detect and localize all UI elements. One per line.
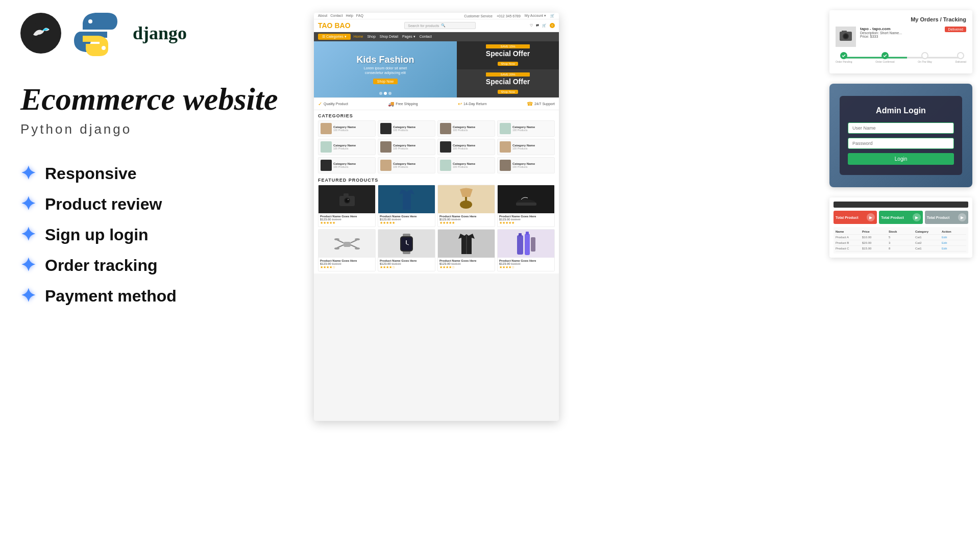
admin-password-input[interactable] (848, 138, 954, 149)
svg-point-20 (355, 247, 360, 249)
cat-count-5: 100 Products (333, 147, 356, 150)
product-card-6[interactable]: Product Name Goes Here $123.00 $133.00 ★… (378, 229, 435, 271)
product-card-5[interactable]: Product Name Goes Here $123.00 $133.00 ★… (318, 229, 376, 271)
django-label: django (133, 22, 187, 44)
col-action: Action (942, 230, 966, 233)
stat-card-red: Total Product ▶ (834, 211, 877, 224)
product-img-shoe (498, 185, 554, 213)
category-card-8[interactable]: Category Name 100 Products (497, 139, 555, 155)
product-img-shirt (378, 185, 435, 213)
nav-pages[interactable]: Pages ▾ (402, 35, 415, 39)
feature-label-4: Order tracking (45, 256, 158, 275)
product-stars-6: ★★★★☆ (380, 265, 433, 269)
hero-dot-3 (388, 92, 391, 95)
product-card-1[interactable]: Product Name Goes Here $123.00 $133.00 ★… (318, 185, 376, 227)
tracking-status-badge: Delivered (945, 27, 966, 32)
category-card-1[interactable]: Category Name 100 Products (318, 120, 376, 137)
right-panel: My Orders / Tracking tapo - tapo.com Des… (822, 0, 980, 551)
category-card-4[interactable]: Category Name 100 Products (497, 120, 555, 137)
hero-dots (379, 92, 391, 95)
offer2-text: SAVE 20% Special Offer Shop Now (486, 72, 530, 95)
order-tracking-panel: My Orders / Tracking tapo - tapo.com Des… (829, 10, 972, 73)
nav-shop-detail[interactable]: Shop Detail (380, 35, 398, 39)
nav-links: Home Shop Shop Detail Pages ▾ Contact (354, 35, 432, 39)
step-label-1: Order Pending (836, 60, 852, 63)
cart-badge: 0 (550, 23, 555, 28)
category-card-3[interactable]: Category Name 100 Products (437, 120, 495, 137)
offer1-title: Special Offer (486, 49, 530, 58)
categories-label: Categories (326, 35, 344, 38)
svg-point-2 (102, 46, 106, 50)
product-info-7: Product Name Goes Here $123.00 $133.00 ★… (438, 258, 495, 271)
product-card-7[interactable]: Product Name Goes Here $123.00 $133.00 ★… (437, 229, 495, 271)
svg-point-18 (355, 238, 360, 240)
row3-price: $15.00 (862, 247, 887, 250)
svg-point-7 (345, 198, 349, 203)
dashboard-stats: Total Product ▶ Total Product ▶ Total Pr… (834, 211, 968, 224)
categories-button[interactable]: ☰ Categories ▾ (318, 34, 351, 40)
feature-label-3: Sign up login (45, 226, 149, 244)
category-card-2[interactable]: Category Name 100 Products (378, 120, 435, 137)
nav-contact[interactable]: Contact (420, 35, 432, 39)
product-card-2[interactable]: Product Name Goes Here $123.00 $133.00 ★… (378, 185, 435, 227)
category-info-10: Category Name 100 Products (393, 162, 415, 168)
wishlist-icon: ♡ (530, 23, 533, 28)
category-img-4 (500, 123, 511, 134)
category-card-9[interactable]: Category Name 100 Products (318, 157, 376, 173)
category-info-9: Category Name 100 Products (333, 162, 356, 168)
category-card-12[interactable]: Category Name 100 Products (497, 157, 555, 173)
offer2-save-badge: SAVE 20% (486, 72, 530, 77)
feature-quality: ✓ Quality Product (318, 101, 348, 107)
stat-card-green: Total Product ▶ (879, 211, 922, 224)
admin-login-button[interactable]: Login (848, 153, 954, 165)
category-info-2: Category Name 100 Products (393, 126, 415, 132)
svg-rect-11 (516, 203, 536, 206)
category-img-3 (440, 123, 451, 134)
features-row: ✓ Quality Product 🚚 Free Shipping ↩ 14-D… (314, 97, 559, 110)
nav-shop[interactable]: Shop (367, 35, 375, 39)
stat-label-3: Total Product (927, 216, 950, 219)
logo-row: django (20, 10, 187, 56)
cat-count-7: 100 Products (453, 147, 475, 150)
offer2-shop-button[interactable]: Shop Now (498, 90, 518, 94)
category-img-5 (321, 141, 332, 153)
table-header-row: Name Price Stock Category Action (836, 229, 966, 235)
hero-shop-now-button[interactable]: Shop Now (373, 79, 398, 84)
left-panel: django Ecommerce website Python django ✦… (0, 0, 306, 551)
shop-topbar: About Contact Help FAQ Customer Service … (314, 13, 559, 19)
product-card-4[interactable]: Product Name Goes Here $123.00 $133.00 ★… (497, 185, 555, 227)
category-card-10[interactable]: Category Name 100 Products (378, 157, 435, 173)
tracking-description: Description: Short Name... (860, 31, 941, 35)
product-card-3[interactable]: Product Name Goes Here $123.00 $133.00 ★… (437, 185, 495, 227)
shipping-label: Free Shipping (396, 102, 418, 106)
row1-category: Cat1 (915, 236, 940, 239)
product-img-jacket (438, 230, 495, 258)
admin-username-input[interactable] (848, 122, 954, 134)
category-card-5[interactable]: Category Name 100 Products (318, 139, 376, 155)
offer1-text: SAVE 15% Special Offer Shop Now (486, 44, 530, 67)
product-info-5: Product Name Goes Here $123.00 $133.00 ★… (318, 258, 375, 271)
featured-section: FEATURED PRODUCTS Product Name Goes Here… (314, 176, 559, 273)
bird-logo (20, 13, 61, 54)
step-dot-4 (957, 52, 964, 59)
product-card-8[interactable]: Product Name Goes Here $123.00 $133.00 ★… (497, 229, 555, 271)
nav-home[interactable]: Home (354, 35, 363, 39)
stat-icon-1: ▶ (867, 213, 875, 221)
category-card-11[interactable]: Category Name 100 Products (437, 157, 495, 173)
svg-rect-28 (517, 235, 523, 255)
phone-number: +012 345 6789 (497, 14, 521, 18)
shop-header: TAO BAO Search for products 🔍 ♡ ⇄ 🛒 0 (314, 19, 559, 32)
tracking-product-info: tapo - tapo.com Description: Short Name.… (860, 27, 941, 47)
category-card-7[interactable]: Category Name 100 Products (437, 139, 495, 155)
table-row-1: Product A $10.00 5 Cat1 Edit (836, 235, 966, 240)
offer2-title: Special Offer (486, 78, 530, 86)
category-info-11: Category Name 100 Products (453, 162, 475, 168)
cat-count-12: 100 Products (512, 165, 535, 168)
admin-login-box: Admin Login Login (840, 96, 962, 175)
python-logo-icon (71, 10, 122, 56)
product-info-1: Product Name Goes Here $123.00 $133.00 ★… (318, 213, 375, 227)
col-category: Category (915, 230, 940, 233)
category-img-1 (321, 123, 332, 134)
category-card-6[interactable]: Category Name 100 Products (378, 139, 435, 155)
offer1-shop-button[interactable]: Shop Now (498, 62, 518, 66)
